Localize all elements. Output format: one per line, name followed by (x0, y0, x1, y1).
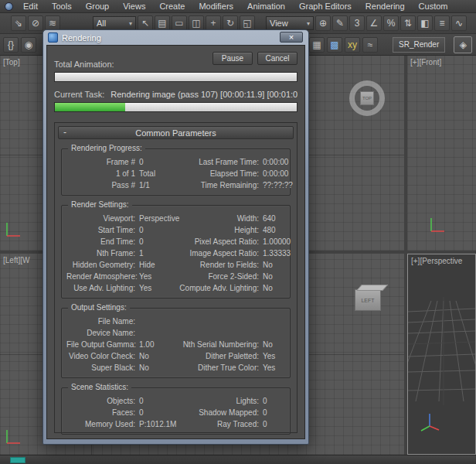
field-label: Objects: (66, 395, 139, 407)
field-label: Compute Adv. Lighting: (179, 282, 263, 294)
menu-modifiers[interactable]: Modifiers (192, 0, 240, 13)
close-icon[interactable]: × (280, 32, 303, 43)
viewport-front[interactable]: [+][Front] (407, 56, 476, 251)
field-value: No (263, 271, 285, 282)
status-bar (0, 455, 476, 464)
snap-toggle-icon[interactable]: 3 (349, 15, 365, 31)
application-button[interactable] (5, 2, 13, 11)
select-and-link-icon[interactable]: ⇘ (11, 15, 26, 31)
material-editor-icon[interactable]: ◉ (21, 37, 36, 53)
layer-manager-icon[interactable]: ▦ (309, 37, 325, 53)
xref-icon[interactable]: ≈ (362, 37, 378, 53)
field-row: Faces: 0 Shadow Mapped: 0 (66, 407, 285, 418)
field-label: Height: (179, 224, 263, 236)
menu-tools[interactable]: Tools (45, 0, 79, 13)
align-icon[interactable]: ≡ (434, 15, 450, 31)
spinner-snap-icon[interactable]: ⇅ (400, 15, 416, 31)
field-row: Use Adv. Lighting: Yes Compute Adv. Ligh… (66, 282, 285, 294)
field-value: 0:00:00 (263, 168, 288, 179)
field-row: Super Black: No Dither True Color: Yes (66, 362, 285, 374)
field-label: Elapsed Time: (179, 168, 263, 179)
coordinate-system-dropdown[interactable]: View ▾ (266, 16, 314, 30)
field-value: 0 (263, 407, 285, 418)
field-value: No (263, 339, 285, 350)
menu-customize[interactable]: Custom (412, 0, 455, 13)
select-manipulate-icon[interactable]: ✎ (332, 15, 348, 31)
group-render-settings: Render Settings: Viewport: Perspective W… (61, 205, 291, 299)
graphite-tools-icon[interactable]: ▩ (327, 37, 342, 53)
menu-animation[interactable]: Animation (240, 0, 292, 13)
field-label: Image Aspect Ratio: (179, 247, 263, 259)
bind-spacewarp-icon[interactable]: ≋ (45, 15, 60, 31)
viewport-perspective[interactable]: [+][Perspective (407, 254, 476, 455)
axis-tripod-icon (3, 220, 23, 240)
field-label: Frame # (66, 156, 139, 168)
field-value: 0 (263, 418, 285, 430)
field-label: Pass # (66, 179, 139, 191)
transform-gizmo-icon[interactable]: xy (345, 37, 360, 53)
field-value: Yes (263, 362, 285, 374)
viewport-left-label[interactable]: [Left][W (3, 256, 29, 264)
menu-edit[interactable]: Edit (16, 0, 45, 13)
field-label: Render to Fields: (179, 259, 263, 271)
field-row: Device Name: (66, 327, 285, 339)
chevron-down-icon: ▾ (307, 20, 310, 27)
selection-filter-dropdown[interactable]: All ▾ (93, 16, 136, 30)
field-value: 0 (139, 224, 179, 236)
field-label: Force 2-Sided: (179, 271, 263, 282)
field-label: Lights: (179, 395, 263, 407)
percent-snap-icon[interactable]: % (383, 15, 399, 31)
field-label: File Output Gamma: (66, 339, 139, 350)
pause-button[interactable]: Pause (212, 52, 253, 65)
curve-editor-icon[interactable]: ∿ (451, 15, 467, 31)
rect-selection-region-icon[interactable]: ▭ (172, 15, 187, 31)
sr-render-button[interactable]: SR_Render (393, 37, 445, 53)
field-label: Memory Used: (66, 418, 139, 430)
rendering-dialog: Rendering × Total Animation: Pause Cance… (42, 29, 309, 445)
axis-tripod-icon (3, 427, 23, 447)
menu-group[interactable]: Group (79, 0, 117, 13)
viewport-perspective-label[interactable]: [+][Perspective (411, 257, 462, 265)
menu-graph-editors[interactable]: Graph Editors (292, 0, 359, 13)
window-crossing-icon[interactable]: ◫ (189, 15, 204, 31)
cancel-button[interactable]: Cancel (257, 52, 298, 65)
select-rotate-icon[interactable]: ↻ (223, 15, 238, 31)
viewport-top-label[interactable]: [Top] (3, 58, 20, 67)
field-label: 1 of 1 (66, 168, 139, 179)
field-value: 1 (139, 247, 179, 259)
group-title: Render Settings: (68, 200, 132, 209)
field-value: 0:00:00 (263, 156, 288, 168)
angle-snap-icon[interactable]: ∠ (366, 15, 382, 31)
named-selection-sets-icon[interactable]: {} (3, 37, 19, 53)
menu-rendering[interactable]: Rendering (359, 0, 412, 13)
unlink-selection-icon[interactable]: ⊘ (28, 15, 43, 31)
field-value (139, 316, 179, 327)
field-value: No (139, 362, 179, 374)
coordinate-system-value: View (270, 19, 288, 28)
select-by-name-icon[interactable]: ▤ (155, 15, 170, 31)
field-label: End Time: (66, 236, 139, 247)
dialog-titlebar[interactable]: Rendering × (46, 30, 305, 45)
current-task-progress-fill (55, 103, 125, 111)
mirror-icon[interactable]: ◧ (417, 15, 433, 31)
render-icon[interactable]: ◈ (454, 36, 472, 53)
menu-views[interactable]: Views (116, 0, 152, 13)
viewcube-left[interactable]: LEFT (355, 289, 381, 311)
field-value: 1.00 (139, 339, 179, 350)
viewcube-top[interactable]: TOP (360, 91, 374, 105)
field-value: No (263, 259, 285, 271)
menu-create[interactable]: Create (152, 0, 192, 13)
field-label: Dither Paletted: (179, 350, 263, 362)
select-object-icon[interactable]: ↖ (138, 15, 153, 31)
viewport-front-label[interactable]: [+][Front] (410, 58, 441, 67)
field-row: Render Atmosphere: Yes Force 2-Sided: No (66, 271, 285, 282)
use-pivot-center-icon[interactable]: ⊕ (315, 15, 331, 31)
application-window: Edit Tools Group Views Create Modifiers … (0, 0, 476, 464)
field-label: Render Atmosphere: (66, 271, 139, 282)
common-parameters-rollout[interactable]: - Common Parameters (58, 126, 294, 139)
select-move-icon[interactable]: + (206, 15, 221, 31)
field-value: 1/1 (139, 179, 179, 191)
dialog-title: Rendering (62, 33, 101, 43)
select-scale-icon[interactable]: ◱ (240, 15, 255, 31)
field-row: 1 of 1 Total Elapsed Time: 0:00:00 (66, 168, 285, 179)
